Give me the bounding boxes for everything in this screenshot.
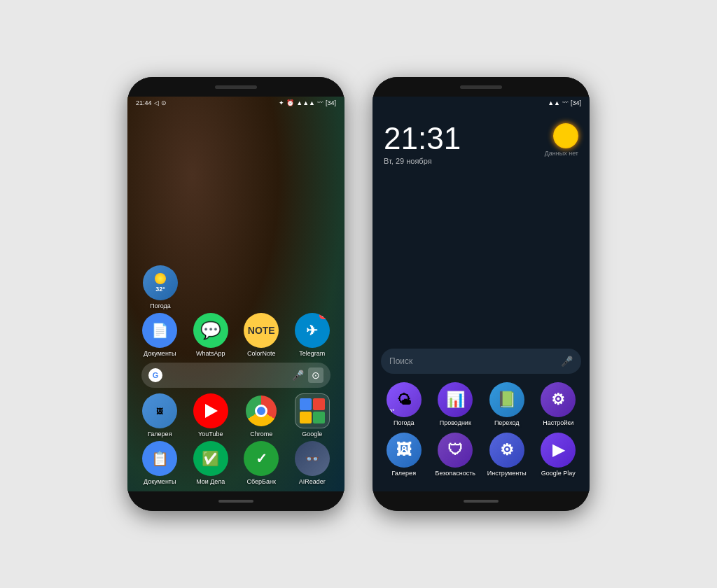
security-icon: 🛡 xyxy=(438,433,473,468)
chrome-inner xyxy=(255,405,267,417)
whatsapp-label: WhatsApp xyxy=(196,350,225,358)
app-security[interactable]: 🛡 Безопасность xyxy=(433,433,477,477)
weather-sun-icon xyxy=(553,123,578,148)
docs2-label: Документы xyxy=(144,478,176,486)
app-aireader[interactable]: 👓 AIReader xyxy=(291,441,334,486)
phone1-screen: 21:44 ◁ ⊙ ✦ ⏰ ▲▲▲ 〰 [34] 32° xyxy=(127,97,344,491)
gallery-icon: 🖼 xyxy=(142,393,177,428)
docs-icon: 📄 xyxy=(142,313,177,348)
tools-label: Инструменты xyxy=(487,470,527,477)
colornote-label: ColorNote xyxy=(247,350,276,358)
chrome-outer xyxy=(246,396,277,426)
youtube-label: YouTube xyxy=(198,430,223,438)
chrome-icon xyxy=(244,393,279,428)
app-row-1: 32° Погода xyxy=(134,265,337,310)
chrome-label: Chrome xyxy=(250,430,272,438)
mytasks-label: Мои Дела xyxy=(196,478,225,486)
app-youtube[interactable]: YouTube xyxy=(189,393,232,438)
app-perekhod[interactable]: 📗 Переход xyxy=(485,382,529,427)
lens-icon[interactable]: ⊙ xyxy=(308,368,323,383)
colornote-icon: NOTE xyxy=(244,313,279,348)
clock-date: Вт, 29 ноября xyxy=(384,157,461,165)
sun-shape xyxy=(155,273,166,284)
app-row-3: 🖼 Галерея YouTube Chrome xyxy=(134,393,337,438)
mytasks-icon: ✅ xyxy=(193,441,228,476)
phone2-app-row-1: 🌤 0° Погода 📊 Проводник 📗 Переход xyxy=(378,382,584,427)
app-docs[interactable]: 📄 Документы xyxy=(138,313,181,358)
phone1-bottom xyxy=(127,491,344,511)
fd3 xyxy=(300,412,312,424)
clock-widget: 21:31 Вт, 29 ноября Данных нет xyxy=(373,109,590,172)
bottom-spacing xyxy=(373,483,590,491)
play-triangle xyxy=(205,404,218,418)
tools-icon: ⚙ xyxy=(489,433,524,468)
pogoda2-label: Погода xyxy=(394,419,415,427)
app-docs2[interactable]: 📋 Документы xyxy=(138,441,181,486)
google-folder-label: Google xyxy=(302,430,322,438)
mic2-icon[interactable]: 🎤 xyxy=(561,356,573,367)
alarm-icon: ⏰ xyxy=(286,99,294,106)
app-colornote[interactable]: NOTE ColorNote xyxy=(239,313,283,358)
clock-info: 21:31 Вт, 29 ноября xyxy=(384,123,461,165)
perekhod-label: Переход xyxy=(494,419,520,427)
settings-icon: ⚙ xyxy=(541,382,576,417)
speaker xyxy=(215,85,257,89)
google-g-icon: G xyxy=(148,368,162,382)
app-gallery[interactable]: 🖼 Галерея xyxy=(138,393,181,438)
empty-wallpaper-area xyxy=(373,172,590,346)
sberbank-label: СберБанк xyxy=(247,478,276,486)
aireader-icon: 👓 xyxy=(295,441,330,476)
app-tools[interactable]: ⚙ Инструменты xyxy=(485,433,529,477)
status-right-2: ▲▲ 〰 [34] xyxy=(548,99,581,106)
camera-icon: ⊙ xyxy=(161,99,167,106)
docs-label: Документы xyxy=(144,350,176,358)
app-google-folder[interactable]: Google xyxy=(291,393,334,438)
battery2-icon: [34] xyxy=(571,99,581,106)
phone2-app-row-2: 🖼 Галерея 🛡 Безопасность ⚙ Инструменты xyxy=(378,433,584,477)
app-pogoda2[interactable]: 🌤 0° Погода xyxy=(382,382,426,427)
app-chrome[interactable]: Chrome xyxy=(239,393,283,438)
gplay-label: Google Play xyxy=(541,470,576,477)
gplay-icon: ▶ xyxy=(541,433,576,468)
home-indicator-2 xyxy=(464,500,499,503)
app-telegram[interactable]: ✈ 10 Telegram xyxy=(291,313,334,358)
signal-icon: ▲▲▲ xyxy=(296,99,315,106)
gallery-label: Галерея xyxy=(148,430,172,438)
aireader-label: AIReader xyxy=(299,478,326,486)
weather-label: Погода xyxy=(150,302,171,310)
mic-icon[interactable]: 🎤 xyxy=(292,370,304,381)
docs2-icon: 📋 xyxy=(142,441,177,476)
status-bar-2: ▲▲ 〰 [34] xyxy=(373,97,590,109)
app-settings[interactable]: ⚙ Настройки xyxy=(536,382,580,427)
wifi-icon: 〰 xyxy=(317,99,323,106)
phone-2: ▲▲ 〰 [34] 21:31 Вт, 29 ноября Данных нет… xyxy=(373,77,590,511)
weather-no-data: Данных нет xyxy=(545,150,578,157)
youtube-icon xyxy=(193,393,228,428)
app-whatsapp[interactable]: 💬 WhatsApp xyxy=(189,313,232,358)
search-bar[interactable]: G 🎤 ⊙ xyxy=(141,363,330,388)
provodnik-icon: 📊 xyxy=(438,382,473,417)
app-gallery2[interactable]: 🖼 Галерея xyxy=(382,433,426,477)
nav-icon: ◁ xyxy=(154,99,159,106)
phone-1: 21:44 ◁ ⊙ ✦ ⏰ ▲▲▲ 〰 [34] 32° xyxy=(127,77,344,511)
search-bar-dark[interactable]: Поиск 🎤 xyxy=(381,349,581,374)
google-folder-icon xyxy=(295,393,330,428)
gallery2-icon: 🖼 xyxy=(387,433,422,468)
sberbank-icon: ✓ xyxy=(244,441,279,476)
security-label: Безопасность xyxy=(436,470,475,477)
time-display: 21:44 xyxy=(136,99,152,106)
clock-time: 21:31 xyxy=(384,123,461,154)
speaker2 xyxy=(460,85,502,89)
signal2-icon: ▲▲ xyxy=(548,99,560,106)
app-weather[interactable]: 32° Погода xyxy=(139,265,182,310)
telegram-label: Telegram xyxy=(299,350,325,358)
phone2-screen: ▲▲ 〰 [34] 21:31 Вт, 29 ноября Данных нет… xyxy=(373,97,590,491)
provodnik-label: Проводник xyxy=(440,419,471,427)
apps-area: 32° Погода 📄 Документы 💬 WhatsA xyxy=(127,109,344,491)
app-mytasks[interactable]: ✅ Мои Дела xyxy=(189,441,232,486)
app-gplay[interactable]: ▶ Google Play xyxy=(536,433,580,477)
status-right: ✦ ⏰ ▲▲▲ 〰 [34] xyxy=(279,99,336,106)
app-provodnik[interactable]: 📊 Проводник xyxy=(433,382,477,427)
app-sberbank[interactable]: ✓ СберБанк xyxy=(239,441,283,486)
battery-icon: [34] xyxy=(326,99,336,106)
